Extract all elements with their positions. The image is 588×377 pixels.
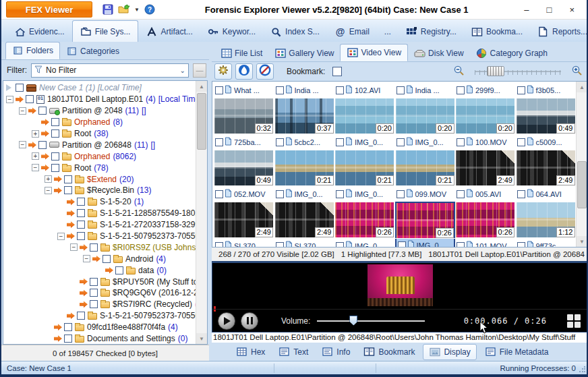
gallery-item-thumb[interactable]: 0:32 bbox=[214, 97, 274, 135]
gallery-scrollbar-thumb[interactable] bbox=[577, 161, 587, 208]
tree-checkbox[interactable] bbox=[51, 152, 59, 161]
gallery-item-thumb[interactable]: 2:49 bbox=[516, 149, 577, 187]
gallery-item-label[interactable]: IMG_0... bbox=[334, 187, 395, 201]
item-checkbox[interactable] bbox=[517, 190, 525, 198]
pane-tab-folders[interactable]: Folders bbox=[5, 42, 60, 59]
tree-row[interactable]: −Android(4) bbox=[3, 253, 196, 264]
tree-row[interactable]: S-1-5-21-1285875549-18029 bbox=[3, 208, 196, 219]
preview-tab-file-metadata[interactable]: File Metadata bbox=[479, 345, 554, 359]
view-tab-category-graph[interactable]: Category Graph bbox=[470, 45, 554, 61]
pause-button[interactable] bbox=[241, 312, 258, 330]
view-tab-gallery-view[interactable]: Gallery View bbox=[268, 45, 340, 61]
tree-scrollbar-thumb[interactable] bbox=[197, 93, 206, 150]
gallery-item-label[interactable]: 9ff73c... bbox=[516, 239, 577, 248]
fex-viewer-button[interactable]: FEX Viewer bbox=[6, 1, 92, 18]
video-thumbnail[interactable]: 0:49 bbox=[517, 98, 575, 134]
item-checkbox[interactable] bbox=[457, 242, 465, 248]
save-icon[interactable] bbox=[102, 3, 114, 16]
tree-row[interactable]: +Orphaned(8062) bbox=[3, 150, 196, 162]
gallery-item-thumb[interactable]: 0:49 bbox=[214, 149, 274, 187]
tree-row[interactable]: −Partition @ 206848(11)[] bbox=[3, 139, 196, 150]
ribbon-tab-artifact[interactable]: Artifact... bbox=[138, 22, 200, 42]
gallery-item-label[interactable]: 005.AVI bbox=[455, 187, 516, 201]
filter-edit-button[interactable]: — bbox=[193, 63, 206, 78]
tree-expander-icon[interactable]: + bbox=[32, 130, 39, 138]
tree-checkbox[interactable] bbox=[26, 95, 34, 103]
tree-row[interactable]: S-1-5-21-507952373-705505 bbox=[3, 310, 196, 322]
settings-button[interactable] bbox=[214, 63, 232, 80]
item-checkbox[interactable] bbox=[276, 86, 284, 94]
gallery-item-label[interactable]: 725ba... bbox=[214, 135, 274, 149]
video-thumbnail[interactable]: 0:37 bbox=[275, 98, 334, 134]
tree-expander-icon[interactable]: − bbox=[83, 255, 90, 262]
gallery-item-thumb[interactable]: 1:12 bbox=[516, 201, 577, 239]
resize-grip[interactable] bbox=[579, 366, 585, 373]
item-checkbox[interactable] bbox=[457, 190, 465, 198]
gallery-item-thumb[interactable]: 0:26 bbox=[334, 201, 395, 239]
tree-expander-icon[interactable]: + bbox=[32, 152, 39, 160]
video-thumbnail[interactable]: 0:26 bbox=[395, 202, 456, 238]
filter-dropdown[interactable]: No Filter ⌄ bbox=[31, 63, 189, 78]
video-thumbnail[interactable]: 0:32 bbox=[214, 98, 273, 134]
item-checkbox[interactable] bbox=[336, 242, 344, 248]
tree-row[interactable]: Documents and Settings(0) bbox=[3, 333, 196, 345]
item-checkbox[interactable] bbox=[396, 190, 405, 198]
tree-row[interactable]: S-1-5-20(1) bbox=[3, 196, 196, 208]
ribbon-tab-keywor[interactable]: Keywor... bbox=[200, 22, 263, 42]
video-player[interactable]: Volume: 0:00.066 / 0:26 bbox=[212, 262, 588, 332]
tree-row[interactable]: −$RI0RS9Z (USB Johns Stu bbox=[3, 241, 196, 253]
gallery-item-label[interactable]: IMG_0... bbox=[274, 187, 335, 201]
open-dropdown-arrow-icon[interactable]: ▼ bbox=[134, 7, 140, 13]
video-thumbnail[interactable]: 2:49 bbox=[214, 202, 273, 237]
play-button[interactable] bbox=[218, 312, 235, 330]
grid-view-icon[interactable] bbox=[567, 314, 581, 328]
scroll-down-icon[interactable]: ▼ bbox=[196, 333, 207, 344]
tree-collapsed-icon[interactable] bbox=[6, 84, 11, 91]
preview-tab-bookmark[interactable]: Bookmark bbox=[358, 345, 420, 359]
gallery-item-thumb[interactable]: 0:21 bbox=[334, 149, 395, 187]
volume-thumb[interactable] bbox=[349, 316, 357, 326]
video-thumbnail[interactable]: 0:26 bbox=[456, 202, 514, 237]
tree-row[interactable]: +Root(38) bbox=[3, 128, 196, 140]
video-thumbnail[interactable]: 0:21 bbox=[275, 150, 334, 185]
tree-expander-icon[interactable]: − bbox=[32, 164, 39, 171]
gallery-item-label[interactable]: What ... bbox=[214, 83, 274, 97]
gallery-item-label[interactable]: 102.AVI bbox=[334, 83, 395, 97]
video-thumbnail[interactable]: 0:20 bbox=[396, 98, 454, 134]
tree-row[interactable]: −Partition @ 2048(11)[] bbox=[3, 105, 196, 117]
gallery-item-label[interactable]: IMG_0... bbox=[395, 135, 456, 149]
tree-row[interactable]: data(0) bbox=[3, 264, 196, 276]
video-thumbnail[interactable]: 1:12 bbox=[517, 202, 575, 237]
tree-checkbox[interactable] bbox=[102, 255, 111, 263]
tree-checkbox[interactable] bbox=[51, 129, 59, 138]
item-checkbox[interactable] bbox=[215, 138, 223, 146]
tree-row[interactable]: −$Recycle.Bin(13) bbox=[3, 185, 196, 196]
scroll-up-icon[interactable]: ▲ bbox=[577, 82, 587, 92]
volume-slider[interactable] bbox=[317, 320, 425, 322]
gallery-scrollbar[interactable]: ▲ ▼ bbox=[576, 82, 587, 247]
tree-row[interactable]: $RQ9GQ6V (2016-12-20) bbox=[3, 287, 196, 299]
tree-checkbox[interactable] bbox=[16, 84, 24, 92]
slider-thumb[interactable] bbox=[487, 66, 504, 76]
minimize-button[interactable]: – bbox=[524, 5, 529, 15]
zoom-out-icon[interactable] bbox=[453, 65, 465, 79]
chevron-down-icon[interactable]: ⌄ bbox=[180, 67, 185, 74]
item-checkbox[interactable] bbox=[276, 242, 284, 248]
view-tab-video-view[interactable]: Video View bbox=[340, 44, 408, 61]
item-checkbox[interactable] bbox=[276, 190, 284, 198]
item-checkbox[interactable] bbox=[215, 86, 223, 94]
preview-tab-info[interactable]: Info bbox=[316, 345, 355, 359]
ribbon-tab-reports[interactable]: Reports... bbox=[530, 22, 588, 42]
video-thumbnail[interactable]: 0:20 bbox=[335, 98, 394, 134]
gallery-item-label[interactable]: 101.MOV bbox=[455, 239, 516, 248]
item-checkbox[interactable] bbox=[396, 138, 405, 146]
item-checkbox[interactable] bbox=[336, 138, 344, 146]
item-checkbox[interactable] bbox=[276, 138, 284, 146]
video-thumbnail[interactable]: 0:21 bbox=[335, 150, 394, 185]
gallery-item-label[interactable]: c5009... bbox=[516, 135, 577, 149]
gallery-item-thumb[interactable]: 0:49 bbox=[516, 97, 577, 135]
gallery-item-thumb[interactable]: 2:49 bbox=[274, 201, 335, 239]
video-thumbnail[interactable]: 0:26 bbox=[335, 202, 394, 237]
tree-expander-icon[interactable]: − bbox=[57, 233, 65, 240]
tree-checkbox[interactable] bbox=[38, 141, 47, 149]
